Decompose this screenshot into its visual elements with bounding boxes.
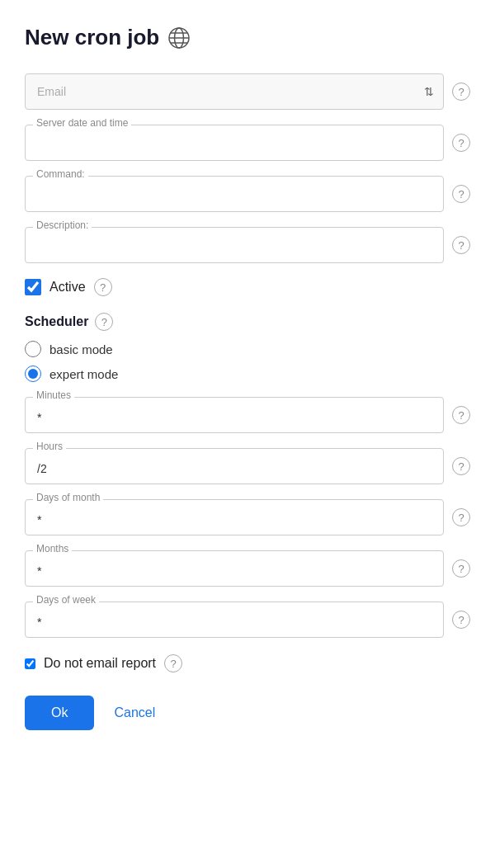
scheduler-help-icon[interactable]: ? — [95, 313, 113, 331]
minutes-input[interactable] — [25, 397, 444, 433]
expert-mode-label: expert mode — [50, 367, 118, 381]
scheduler-fields: Minutes ? Hours ? Days of month — [25, 397, 470, 638]
email-help-icon[interactable]: ? — [452, 83, 470, 101]
minutes-input-wrapper: Minutes — [25, 397, 444, 433]
description-input-wrapper: Description: — [25, 227, 444, 263]
do-not-email-row: Do not email report ? — [25, 654, 470, 672]
active-help-icon[interactable]: ? — [94, 278, 112, 296]
hours-form-group: Hours ? — [25, 448, 470, 484]
days-of-month-form-group: Days of month ? — [25, 499, 470, 535]
days-of-week-input-wrapper: Days of week — [25, 601, 444, 638]
hours-help-icon[interactable]: ? — [452, 457, 470, 475]
days-of-week-form-group: Days of week ? — [25, 601, 470, 638]
days-of-month-floating-label: Days of month — [25, 499, 444, 535]
email-form-group: Email ⇅ ? — [25, 73, 470, 110]
command-form-group: Command: ? — [25, 176, 470, 212]
scheduler-label: Scheduler — [25, 314, 88, 329]
hours-floating-label: Hours — [25, 448, 444, 484]
page-title: New cron job — [25, 25, 159, 50]
command-floating-label: Command: — [25, 176, 444, 212]
basic-mode-radio[interactable] — [25, 341, 41, 357]
server-date-input-wrapper: Server date and time — [25, 125, 444, 161]
server-date-input[interactable] — [25, 125, 444, 161]
days-of-month-help-icon[interactable]: ? — [452, 508, 470, 526]
days-of-week-floating-label: Days of week — [25, 601, 444, 638]
do-not-email-checkbox[interactable] — [25, 658, 35, 669]
description-help-icon[interactable]: ? — [452, 236, 470, 254]
description-form-group: Description: ? — [25, 227, 470, 263]
description-input[interactable] — [25, 227, 444, 263]
command-help-icon[interactable]: ? — [452, 185, 470, 203]
active-label: Active — [50, 280, 86, 295]
form-actions: Ok Cancel — [25, 696, 470, 730]
server-date-form-group: Server date and time ? — [25, 125, 470, 161]
minutes-help-icon[interactable]: ? — [452, 406, 470, 424]
cancel-button[interactable]: Cancel — [107, 696, 162, 730]
months-help-icon[interactable]: ? — [452, 559, 470, 578]
days-of-week-input[interactable] — [25, 601, 444, 638]
expert-mode-radio[interactable] — [25, 366, 41, 382]
do-not-email-label: Do not email report — [44, 656, 156, 671]
do-not-email-help-icon[interactable]: ? — [164, 654, 182, 672]
minutes-floating-label: Minutes — [25, 397, 444, 433]
days-of-month-input[interactable] — [25, 499, 444, 535]
command-input[interactable] — [25, 176, 444, 212]
email-input-wrapper: Email ⇅ — [25, 73, 444, 110]
basic-mode-label: basic mode — [50, 342, 113, 356]
globe-icon — [167, 26, 191, 50]
ok-button[interactable]: Ok — [25, 696, 94, 730]
scheduler-section: Scheduler ? basic mode expert mode Minut… — [25, 313, 470, 638]
hours-input-wrapper: Hours — [25, 448, 444, 484]
active-row: Active ? — [25, 278, 470, 296]
email-select[interactable]: Email — [25, 73, 444, 110]
hours-input[interactable] — [25, 448, 444, 484]
months-input[interactable] — [25, 550, 444, 587]
description-floating-label: Description: — [25, 227, 444, 263]
page-title-section: New cron job — [25, 25, 470, 50]
scheduler-title-row: Scheduler ? — [25, 313, 470, 331]
months-input-wrapper: Months — [25, 550, 444, 587]
basic-mode-row: basic mode — [25, 341, 470, 357]
server-date-floating-label: Server date and time — [25, 125, 444, 161]
command-input-wrapper: Command: — [25, 176, 444, 212]
minutes-form-group: Minutes ? — [25, 397, 470, 433]
days-of-week-help-icon[interactable]: ? — [452, 611, 470, 629]
days-of-month-input-wrapper: Days of month — [25, 499, 444, 535]
active-checkbox[interactable] — [25, 279, 41, 295]
months-floating-label: Months — [25, 550, 444, 587]
server-date-help-icon[interactable]: ? — [452, 134, 470, 152]
months-form-group: Months ? — [25, 550, 470, 587]
expert-mode-row: expert mode — [25, 366, 470, 382]
